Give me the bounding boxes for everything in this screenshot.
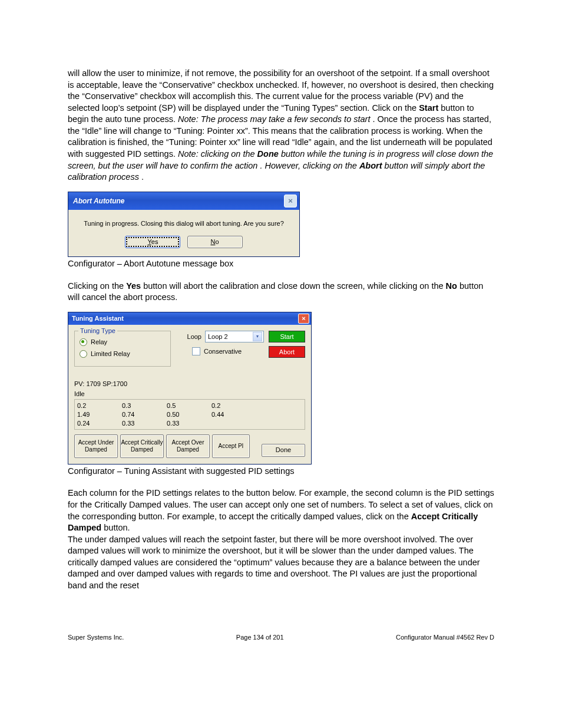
text-bold: No	[446, 281, 457, 291]
page-footer: Super Systems Inc. Page 134 of 201 Confi…	[68, 633, 494, 642]
checkbox-icon	[192, 347, 200, 355]
figure-caption-2: Configurator – Tuning Assistant with sug…	[68, 466, 494, 477]
text: Clicking on the	[68, 281, 126, 291]
chevron-down-icon: ▾	[253, 332, 262, 341]
start-button[interactable]: Start	[269, 331, 305, 342]
text: button.	[104, 523, 130, 532]
radio-label: Limited Relay	[91, 350, 130, 358]
text: .	[141, 172, 144, 182]
conservative-checkbox[interactable]: Conservative	[192, 347, 264, 356]
text-italic: Note: clicking on the	[178, 149, 257, 159]
grid-row: 0.24 0.33 0.33	[77, 419, 302, 428]
yes-button[interactable]: Yes	[125, 236, 180, 248]
accept-over-damped-button[interactable]: Accept Over Damped	[166, 434, 210, 458]
close-icon[interactable]: ×	[298, 314, 309, 324]
cell: 0.44	[211, 410, 256, 419]
loop-select-value: Loop 2	[208, 332, 228, 341]
cell: 0.74	[122, 410, 167, 419]
text-bold: Start	[419, 103, 438, 113]
loop-select[interactable]: Loop 2 ▾	[205, 331, 264, 342]
body-paragraph-4: The under damped values will reach the s…	[68, 534, 494, 592]
body-paragraph-2: Clicking on the Yes button will abort th…	[68, 281, 494, 304]
cell: 0.2	[77, 401, 122, 410]
yes-label: es	[151, 238, 158, 245]
tuning-type-groupbox: Tuning Type Relay Limited Relay	[74, 331, 171, 367]
figure-caption-1: Configurator – Abort Autotune message bo…	[68, 258, 494, 270]
cell: 0.5	[167, 401, 211, 410]
radio-icon	[80, 350, 87, 358]
accept-under-damped-button[interactable]: Accept Under Damped	[74, 434, 118, 458]
dialog-title: Tuning Assistant	[72, 314, 124, 323]
cell: 0.50	[167, 410, 211, 419]
accept-pi-button[interactable]: Accept PI	[212, 434, 250, 458]
body-paragraph-1: will allow the user to minimize, if not …	[68, 68, 494, 183]
loop-row: Loop Loop 2 ▾	[181, 331, 264, 342]
status-label: Idle	[74, 390, 305, 398]
cell: 0.33	[167, 419, 211, 428]
footer-center: Page 134 of 201	[236, 633, 284, 642]
abort-button[interactable]: Abort	[269, 346, 305, 358]
pv-sp-label: PV: 1709 SP:1700	[74, 380, 305, 388]
cell: 0.2	[211, 401, 256, 410]
text-italic: Note: The process may take a few seconds…	[178, 114, 370, 124]
text-bolditalic: Abort	[359, 161, 382, 170]
cell: 0.3	[122, 401, 167, 410]
grid-row: 1.49 0.74 0.50 0.44	[77, 410, 302, 419]
dialog-buttons: Yes No	[74, 236, 293, 248]
cell: 1.49	[77, 410, 122, 419]
body-paragraph-3: Each column for the PID settings relates…	[68, 487, 494, 533]
loop-area: Loop Loop 2 ▾ Conservative	[181, 331, 264, 356]
text: button will abort the calibration and cl…	[143, 281, 445, 291]
radio-limited-relay[interactable]: Limited Relay	[80, 350, 166, 358]
loop-label: Loop	[181, 332, 201, 341]
titlebar: Tuning Assistant ×	[68, 312, 311, 325]
no-label: o	[215, 238, 219, 245]
right-buttons: Start Abort	[269, 331, 305, 361]
text-bolditalic: Done	[257, 149, 279, 159]
dialog-body: Tuning Type Relay Limited Relay Loop Loo…	[68, 325, 311, 460]
radio-relay[interactable]: Relay	[80, 338, 166, 347]
grid-row: 0.2 0.3 0.5 0.2	[77, 401, 302, 410]
dialog-title: Abort Autotune	[73, 196, 125, 206]
footer-right: Configurator Manual #4562 Rev D	[396, 633, 494, 642]
radio-icon	[80, 338, 87, 346]
pid-grid: 0.2 0.3 0.5 0.2 1.49 0.74 0.50 0.44 0.24…	[74, 399, 305, 430]
cell	[211, 419, 256, 428]
text-italic: . However, clicking on the	[260, 161, 359, 170]
abort-autotune-dialog: Abort Autotune × Tuning in progress. Clo…	[68, 192, 300, 258]
accept-critically-damped-button[interactable]: Accept Critically Damped	[120, 434, 164, 458]
no-button[interactable]: No	[187, 236, 243, 248]
cell: 0.24	[77, 419, 122, 428]
cell: 0.33	[122, 419, 167, 428]
done-button[interactable]: Done	[262, 444, 305, 457]
close-icon[interactable]: ×	[284, 195, 297, 207]
footer-left: Super Systems Inc.	[68, 633, 124, 642]
checkbox-label: Conservative	[204, 347, 242, 356]
text-bold: Yes	[126, 281, 141, 291]
dialog-body: Tuning in progress. Closing this dialog …	[68, 210, 299, 257]
dialog-message: Tuning in progress. Closing this dialog …	[74, 219, 293, 228]
top-row: Tuning Type Relay Limited Relay Loop Loo…	[74, 331, 305, 367]
radio-label: Relay	[91, 338, 107, 347]
tuning-assistant-dialog: Tuning Assistant × Tuning Type Relay Lim…	[68, 312, 312, 465]
groupbox-legend: Tuning Type	[78, 327, 117, 335]
accept-buttons-row: Accept Under Damped Accept Critically Da…	[74, 434, 305, 458]
titlebar: Abort Autotune ×	[68, 192, 299, 210]
